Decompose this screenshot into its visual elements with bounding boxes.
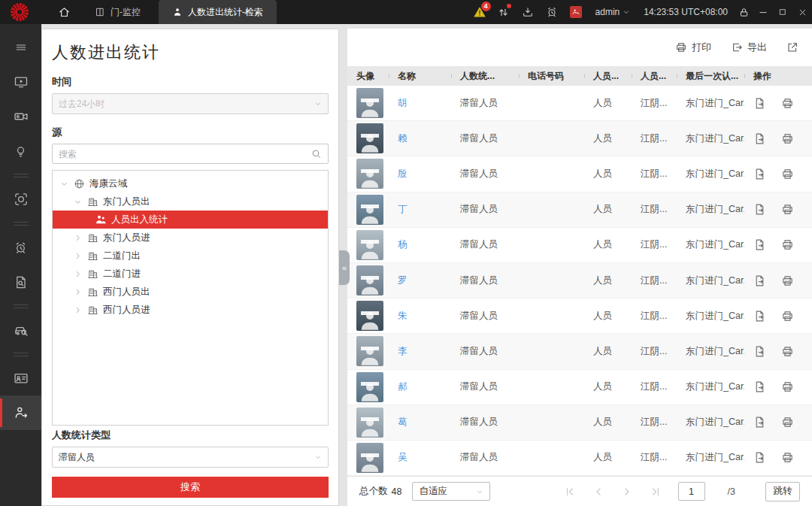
video-wall-button[interactable] — [564, 0, 588, 24]
jump-button[interactable]: 跳转 — [765, 482, 800, 501]
sidebar-item-log-search[interactable] — [0, 265, 41, 299]
tab-people-statistics-search[interactable]: 人数进出统计-检索 — [159, 0, 277, 24]
person-name-link[interactable]: 罗 — [398, 275, 408, 286]
table-row[interactable]: 李 滞留人员 人员 江阴... 东门进门_Car... — [347, 334, 812, 369]
print-record-icon[interactable] — [781, 274, 794, 287]
export-record-icon[interactable] — [753, 238, 766, 251]
collapse-icon: « — [342, 263, 347, 272]
table-row[interactable]: 丁 滞留人员 人员 江阴... 东门进门_Car... — [347, 192, 812, 228]
col-phone[interactable]: 电话号码 — [519, 70, 584, 83]
print-button[interactable]: 打印 — [675, 41, 711, 54]
lock-button[interactable] — [734, 0, 753, 24]
table-row[interactable]: 葛 滞留人员 人员 江阴... 东门进门_Car... — [347, 405, 812, 441]
sidebar-item-face-recognition[interactable] — [0, 182, 41, 217]
export-record-icon[interactable] — [753, 451, 766, 464]
tree-item-second-gate-out[interactable]: 二道门出 — [53, 247, 328, 265]
print-record-icon[interactable] — [781, 451, 794, 464]
tree-item-west-gate-in[interactable]: 西门人员进 — [53, 301, 328, 319]
export-record-icon[interactable] — [753, 168, 766, 180]
export-record-icon[interactable] — [753, 380, 766, 393]
table-row[interactable]: 殷 滞留人员 人员 江阴... 东门进门_Car... — [347, 156, 812, 192]
person-name-link[interactable]: 丁 — [398, 204, 408, 214]
transfer-status-button[interactable] — [492, 0, 516, 24]
sidebar-item-monitoring[interactable] — [0, 65, 41, 99]
person-name-link[interactable]: 杨 — [398, 239, 408, 250]
col-last-auth[interactable]: 最后一次认... — [677, 70, 744, 83]
col-avatar[interactable]: 头像 — [347, 70, 389, 83]
print-record-icon[interactable] — [781, 416, 794, 429]
download-center-button[interactable] — [516, 0, 540, 24]
table-row[interactable]: 胡 滞留人员 人员 江阴... 东门进门_Car... — [347, 86, 812, 121]
maximize-button[interactable] — [773, 0, 792, 24]
close-button[interactable] — [792, 0, 812, 24]
expand-view-button[interactable] — [786, 41, 798, 53]
tree-item-people-inout-statistics[interactable]: 人员出入统计 — [53, 211, 328, 229]
export-record-icon[interactable] — [753, 132, 766, 145]
print-record-icon[interactable] — [781, 168, 794, 180]
export-record-icon[interactable] — [753, 416, 766, 429]
print-record-icon[interactable] — [781, 345, 794, 358]
tab-door-monitor[interactable]: 门-监控 — [81, 0, 154, 24]
collapse-panel-handle[interactable]: « — [339, 250, 350, 285]
sidebar-item-alarm[interactable] — [0, 230, 41, 265]
person-name-link[interactable]: 胡 — [398, 98, 408, 108]
print-record-icon[interactable] — [781, 97, 794, 110]
tree-item-second-gate-in[interactable]: 二道门进 — [53, 265, 328, 283]
table-row[interactable]: 赖 滞留人员 人员 江阴... 东门进门_Car... — [347, 121, 812, 156]
person-name-link[interactable]: 葛 — [398, 417, 408, 427]
person-name-link[interactable]: 李 — [398, 346, 408, 356]
page-number-input[interactable] — [678, 482, 705, 501]
person-name-link[interactable]: 赖 — [398, 133, 408, 144]
sidebar-item-id-card[interactable] — [0, 361, 41, 395]
prev-page-button[interactable] — [592, 486, 604, 498]
sidebar-item-smart[interactable] — [0, 134, 41, 168]
person-name-link[interactable]: 吴 — [398, 452, 408, 462]
last-page-button[interactable] — [650, 486, 662, 498]
page-size-select[interactable]: 自适应 — [412, 482, 490, 501]
col-person-type[interactable]: 人员... — [584, 70, 632, 83]
sidebar-item-vehicle-search[interactable] — [0, 313, 41, 347]
person-name-link[interactable]: 朱 — [398, 311, 408, 321]
table-row[interactable]: 郝 滞留人员 人员 江阴... 东门进门_Car... — [347, 370, 812, 405]
tree-item-east-gate-in[interactable]: 东门人员进 — [53, 229, 328, 247]
stat-type-select[interactable]: 滞留人员 — [52, 447, 329, 468]
search-button[interactable]: 搜索 — [52, 477, 329, 498]
export-record-icon[interactable] — [753, 203, 766, 216]
person-name-link[interactable]: 郝 — [398, 381, 408, 392]
source-search-input[interactable] — [59, 149, 311, 159]
home-button[interactable] — [51, 0, 77, 24]
first-page-button[interactable] — [564, 486, 576, 498]
sidebar-menu-button[interactable] — [0, 30, 41, 65]
print-record-icon[interactable] — [781, 203, 794, 216]
person-name-link[interactable]: 殷 — [398, 168, 408, 179]
export-button[interactable]: 导出 — [731, 41, 767, 54]
print-record-icon[interactable] — [781, 132, 794, 145]
sidebar-item-camera[interactable] — [0, 99, 41, 134]
print-record-icon[interactable] — [781, 310, 794, 323]
export-record-icon[interactable] — [753, 274, 766, 287]
table-row[interactable]: 罗 滞留人员 人员 江阴... 东门进门_Car... — [347, 263, 812, 298]
alarm-center-button[interactable] — [540, 0, 564, 24]
print-record-icon[interactable] — [781, 380, 794, 393]
alarm-warning-button[interactable]: 4 — [468, 0, 492, 24]
table-row[interactable]: 杨 滞留人员 人员 江阴... 东门进门_Car... — [347, 228, 812, 263]
export-record-icon[interactable] — [753, 310, 766, 323]
table-body: 胡 滞留人员 人员 江阴... 东门进门_Car... 赖 滞留人员 人员 江阴… — [347, 86, 812, 476]
table-row[interactable]: 朱 滞留人员 人员 江阴... 东门进门_Car... — [347, 298, 812, 334]
col-stat-type[interactable]: 人数统... — [451, 70, 519, 83]
tree-item-cloud-domain[interactable]: 海康云域 — [53, 174, 328, 192]
tree-item-east-gate-out[interactable]: 东门人员出 — [53, 192, 328, 211]
time-range-select[interactable]: 过去24小时 — [52, 93, 329, 114]
next-page-button[interactable] — [621, 486, 633, 498]
col-person-org[interactable]: 人员... — [632, 70, 677, 83]
minimize-button[interactable] — [753, 0, 773, 24]
col-name[interactable]: 名称 — [389, 70, 451, 83]
table-row[interactable]: 吴 滞留人员 人员 江阴... 东门进门_Car... — [347, 441, 812, 476]
col-operation[interactable]: 操作 — [744, 70, 812, 83]
export-record-icon[interactable] — [753, 345, 766, 358]
tree-item-west-gate-out[interactable]: 西门人员出 — [53, 283, 328, 301]
export-record-icon[interactable] — [753, 97, 766, 110]
user-menu[interactable]: admin — [588, 7, 638, 17]
sidebar-item-people-flow[interactable] — [0, 395, 41, 430]
print-record-icon[interactable] — [781, 238, 794, 251]
